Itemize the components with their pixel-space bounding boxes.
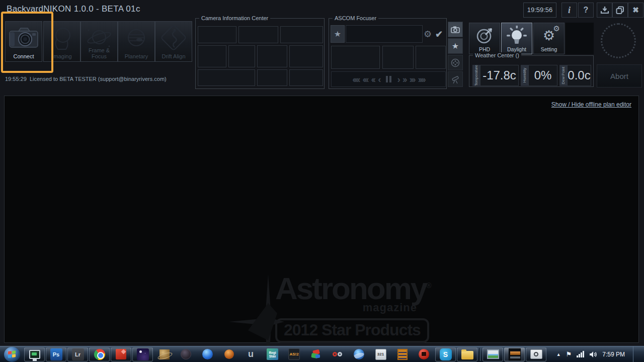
taskbar-u-app[interactable]: u (240, 346, 262, 362)
taskbar-camera-app[interactable] (526, 347, 546, 361)
close-button[interactable]: ✖ (628, 3, 643, 18)
pause-icon[interactable] (386, 76, 391, 82)
move-in-3-icon[interactable]: ‹‹‹ (363, 74, 368, 84)
move-in-4-icon[interactable]: ‹‹‹‹ (352, 74, 359, 84)
taskbar-sketchup-app[interactable] (111, 347, 131, 361)
mode-button-label: Daylight (502, 46, 532, 52)
network-signal-icon[interactable] (577, 351, 584, 357)
taskbar-blue-sphere-app[interactable] (197, 346, 218, 362)
weather-center-panel: Weather Center () Temperature -17.8c Hum… (469, 55, 594, 87)
action-button-label: Frame & Focus (81, 47, 117, 59)
show-desktop-button[interactable] (633, 346, 638, 362)
windows-taskbar: Ps Lr u RegiStax AS!2 321 S ▲ ⚑ (0, 346, 644, 362)
ps-icon: Ps (50, 348, 62, 360)
taskbar-glasses-app[interactable] (327, 346, 348, 362)
tv-icon (419, 349, 429, 359)
mode-button-label: PHD (469, 46, 500, 52)
plan-editor-link[interactable]: Show / Hide offline plan editor (551, 101, 631, 108)
focuser-device-field[interactable] (346, 25, 423, 43)
taskbar-media-player-app[interactable]: 321 (370, 346, 391, 362)
minimize-to-tray-button[interactable] (597, 3, 612, 18)
lr-icon: Lr (72, 348, 84, 360)
red-app-icon (116, 349, 126, 359)
move-out-4-icon[interactable]: ›››› (418, 74, 424, 84)
dew-point-value: 0.0c (567, 65, 591, 86)
taskbar-explorer-app[interactable] (457, 347, 477, 361)
move-out-2-icon[interactable]: ›› (403, 74, 406, 84)
taskbar-photoshop-app[interactable]: Ps (46, 347, 66, 361)
move-in-1-icon[interactable]: ‹ (378, 74, 379, 84)
empty-mode-slot (566, 23, 594, 54)
taskbar-tv-app[interactable] (413, 346, 435, 362)
tray-expand-icon[interactable]: ▲ (556, 352, 561, 357)
phd-button[interactable]: PHD (469, 23, 500, 54)
as2-icon: AS!2 (288, 348, 300, 360)
camera-information-center-panel: Camera Information Center (195, 18, 325, 89)
focuser-connect-button[interactable]: ✔ (435, 25, 443, 43)
snapshot-tool-button[interactable] (448, 22, 463, 37)
taskbar-registax-app[interactable]: RegiStax (262, 346, 283, 362)
taskbar-backyardnikon-app[interactable] (504, 347, 525, 361)
setting-button[interactable]: ⚙ ⚙ Setting (533, 23, 565, 54)
help-button[interactable]: ? (578, 3, 594, 18)
daylight-button[interactable]: Daylight (501, 23, 532, 54)
system-tray: ▲ ⚑ 7:59 PM (556, 346, 644, 362)
planetary-button[interactable]: Planetary (118, 21, 155, 62)
volume-icon[interactable] (589, 351, 597, 358)
taskbar-monitor-app[interactable] (24, 347, 45, 361)
telescope-tool-button[interactable] (448, 71, 463, 87)
check-icon: ✔ (435, 29, 443, 40)
taskbar-image-viewer-app[interactable] (482, 347, 503, 361)
monitor-icon (29, 350, 40, 359)
jupiter-icon (118, 23, 154, 54)
info-cell (257, 69, 287, 86)
taskbar-clock[interactable]: 7:59 PM (602, 351, 625, 358)
humidity-value: 0% (528, 65, 557, 86)
color-shapes-icon (310, 349, 321, 360)
taskbar-browser-app[interactable] (89, 347, 110, 361)
taskbar-autostakkert-app[interactable]: AS!2 (283, 346, 305, 362)
video-tool-button[interactable] (448, 55, 463, 70)
star-tool-button[interactable]: ★ (448, 38, 463, 54)
imaging-button[interactable]: Imaging (43, 21, 80, 62)
move-in-2-icon[interactable]: ‹‹ (371, 74, 375, 84)
taskbar-color-shapes-app[interactable] (305, 346, 327, 362)
drift-align-button[interactable]: Drift Align (155, 21, 192, 62)
taskbar-skype-app[interactable]: S (435, 347, 456, 361)
folder-icon (461, 351, 473, 359)
info-cell (198, 45, 226, 67)
action-button-label: Drift Align (155, 53, 192, 59)
windows-icon (616, 6, 624, 14)
action-center-flag-icon[interactable]: ⚑ (566, 350, 572, 358)
taskbar-divider (479, 348, 480, 361)
download-icon (600, 6, 609, 14)
frame-focus-button[interactable]: Frame & Focus (80, 21, 118, 62)
taskbar-nightsky-app[interactable] (132, 347, 153, 361)
info-cell (238, 26, 278, 43)
progress-ring (601, 23, 636, 58)
action-button-label: Imaging (44, 53, 80, 59)
focuser-star-button[interactable]: ★ (331, 25, 345, 43)
restore-button[interactable] (612, 3, 628, 18)
move-out-3-icon[interactable]: ››› (409, 74, 414, 84)
abort-button[interactable]: Abort (597, 64, 642, 87)
connect-button[interactable]: Connect (5, 21, 42, 62)
dew-point-cell: Dew Point 0.0c (559, 65, 591, 86)
windows-logo-icon (8, 350, 16, 358)
taskbar-dark-globe-app[interactable] (175, 346, 197, 362)
info-button[interactable]: i (561, 3, 577, 18)
taskbar-filmstrip-app[interactable] (391, 346, 413, 362)
humidity-cell: Humidity 0% (521, 65, 557, 86)
taskbar-lightroom-app[interactable]: Lr (67, 347, 88, 361)
dslr-camera-icon (6, 23, 42, 54)
taskbar-mars-app[interactable] (218, 346, 240, 362)
start-button[interactable] (4, 347, 20, 362)
status-line: 19:55:29 Licensed to BETA TESTER (suppor… (5, 76, 167, 82)
focuser-jog-bar: ‹‹‹‹ ‹‹‹ ‹‹ ‹ › ›› ››› ›››› (331, 71, 446, 87)
phd-guide-icon (469, 24, 500, 47)
taskbar-earth-app[interactable] (348, 346, 370, 362)
focuser-settings-button[interactable]: ⚙ (424, 25, 432, 43)
move-out-1-icon[interactable]: › (397, 74, 399, 84)
taskbar-saturn-app[interactable] (153, 346, 175, 362)
focuser-cell (382, 46, 414, 69)
